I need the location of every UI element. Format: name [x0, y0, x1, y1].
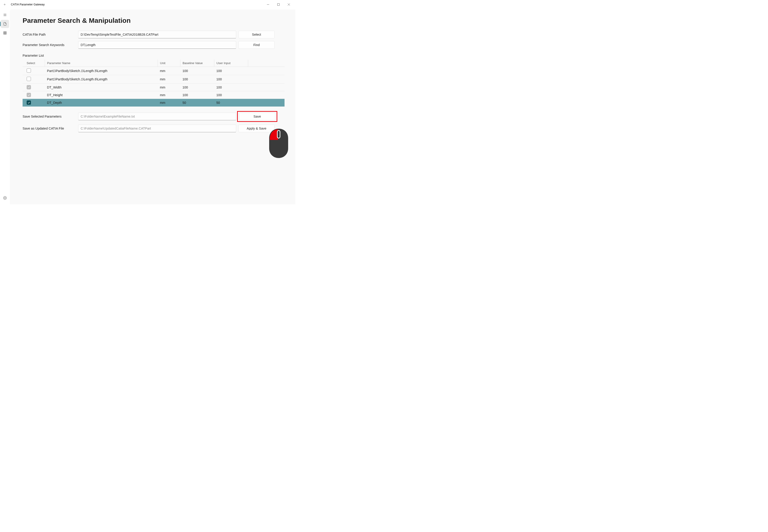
save-updated-input[interactable] [78, 125, 236, 132]
cell-name: Part1\PartBody\Sketch.1\Length.6\Length [45, 75, 158, 84]
header-parameter-name[interactable]: Parameter Name [45, 60, 158, 67]
table-row[interactable]: Part1\PartBody\Sketch.1\Length.6\Lengthm… [23, 75, 284, 84]
svg-rect-7 [4, 32, 6, 34]
svg-rect-1 [277, 4, 279, 6]
window-controls [263, 1, 294, 8]
select-button[interactable]: Select [238, 31, 274, 38]
cell-name: DT_Depth [45, 99, 158, 107]
find-button[interactable]: Find [238, 41, 274, 49]
cell-baseline: 100 [180, 84, 214, 91]
header-select[interactable]: Select [23, 60, 45, 67]
parameter-table: Select Parameter Name Unit Baseline Valu… [23, 60, 284, 107]
file-path-label: CATIA File Path [23, 33, 78, 36]
cell-userinput: 100 [214, 84, 248, 91]
back-button[interactable] [2, 1, 8, 8]
cell-baseline: 100 [180, 91, 214, 99]
cell-name: DT_Height [45, 91, 158, 99]
cell-userinput: 50 [214, 99, 248, 107]
row-checkbox[interactable] [27, 100, 31, 105]
table-row[interactable]: DT_Depthmm5050 [23, 99, 284, 107]
cell-name: Part1\PartBody\Sketch.1\Length.5\Length [45, 67, 158, 75]
header-extra [248, 60, 284, 67]
save-highlight: Save [237, 111, 277, 122]
apply-save-button[interactable]: Apply & Save [238, 125, 274, 132]
cell-userinput: 100 [214, 67, 248, 75]
row-checkbox[interactable] [27, 77, 31, 81]
page-title: Parameter Search & Manipulation [23, 17, 295, 24]
hamburger-menu-button[interactable] [1, 11, 9, 19]
main-content: Parameter Search & Manipulation CATIA Fi… [10, 9, 295, 204]
cell-unit: mm [158, 91, 180, 99]
sidebar-item-grid[interactable] [1, 29, 9, 37]
file-path-input[interactable] [78, 31, 236, 38]
sidebar [0, 9, 10, 205]
cell-baseline: 100 [180, 67, 214, 75]
save-button[interactable]: Save [239, 113, 275, 120]
cell-unit: mm [158, 84, 180, 91]
window-title: CATIA Parameter Gateway [11, 3, 45, 6]
settings-button[interactable] [1, 194, 9, 202]
save-selected-input[interactable] [78, 113, 236, 120]
table-row[interactable]: Part1\PartBody\Sketch.1\Length.5\Lengthm… [23, 67, 284, 75]
cell-userinput: 100 [214, 91, 248, 99]
minimize-button[interactable] [263, 1, 273, 8]
parameter-list-label: Parameter List [23, 54, 295, 57]
row-checkbox[interactable] [27, 85, 31, 89]
header-baseline-value[interactable]: Baseline Value [180, 60, 214, 67]
cell-unit: mm [158, 75, 180, 84]
cell-baseline: 100 [180, 75, 214, 84]
search-keywords-label: Parameter Search Keywords [23, 43, 78, 47]
header-unit[interactable]: Unit [158, 60, 180, 67]
titlebar: CATIA Parameter Gateway [0, 0, 296, 9]
table-row[interactable]: DT_Widthmm100100 [23, 84, 284, 91]
cell-userinput: 100 [214, 75, 248, 84]
row-checkbox[interactable] [27, 93, 31, 97]
sidebar-item-document[interactable] [1, 20, 9, 28]
cell-baseline: 50 [180, 99, 214, 107]
maximize-button[interactable] [273, 1, 284, 8]
table-row[interactable]: DT_Heightmm100100 [23, 91, 284, 99]
cell-unit: mm [158, 67, 180, 75]
cursor-indicator [267, 129, 290, 159]
cell-name: DT_Width [45, 84, 158, 91]
close-button[interactable] [284, 1, 294, 8]
row-checkbox[interactable] [27, 68, 31, 73]
save-updated-label: Save as Updated CATIA File [23, 127, 78, 130]
cell-unit: mm [158, 99, 180, 107]
search-keywords-input[interactable] [78, 41, 236, 49]
save-selected-label: Save Selected Parameters [23, 115, 78, 118]
svg-point-12 [5, 197, 5, 198]
header-user-input[interactable]: User Input [214, 60, 248, 67]
